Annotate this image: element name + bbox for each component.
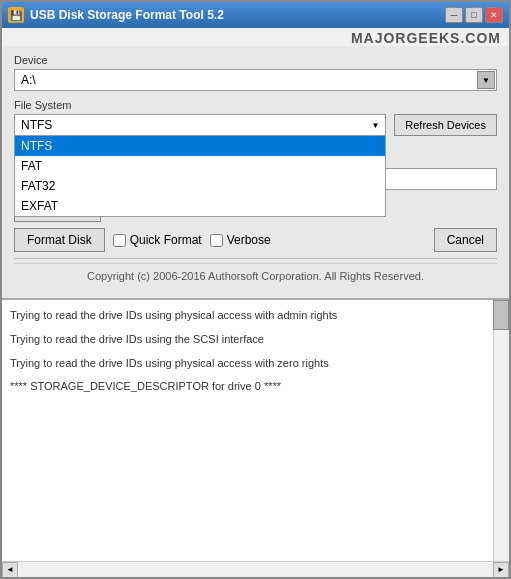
app-icon: 💾 [8,7,24,23]
filesystem-display[interactable]: NTFS ▼ [14,114,386,136]
window-title: USB Disk Storage Format Tool 5.2 [30,8,224,22]
hscroll-right-btn[interactable]: ► [493,562,509,578]
format-disk-button[interactable]: Format Disk [14,228,105,252]
log-line-3: Trying to read the drive IDs using physi… [10,354,489,374]
filesystem-select-wrapper: NTFS ▼ NTFS FAT FAT32 EXFAT [14,114,386,136]
copyright-text: Copyright (c) 2006-2016 Authorsoft Corpo… [14,263,497,290]
verbose-group: Verbose [210,233,271,247]
divider [14,258,497,259]
fs-option-fat32[interactable]: FAT32 [15,176,385,196]
log-line-1: Trying to read the drive IDs using physi… [10,306,489,326]
log-area[interactable]: Trying to read the drive IDs using physi… [2,298,509,561]
log-line-2: Trying to read the drive IDs using the S… [10,330,489,350]
verbose-checkbox[interactable] [210,234,223,247]
hscroll-left-btn[interactable]: ◄ [2,562,18,578]
main-window: 💾 USB Disk Storage Format Tool 5.2 ─ □ ✕… [0,0,511,579]
titlebar-controls: ─ □ ✕ [445,7,503,23]
filesystem-dropdown: NTFS FAT FAT32 EXFAT [14,136,386,217]
titlebar-left: 💾 USB Disk Storage Format Tool 5.2 [8,7,224,23]
device-select-wrapper: A:\ ▼ [14,69,497,91]
watermark: MAJORGEEKS.COM [2,28,509,46]
log-container: Trying to read the drive IDs using physi… [2,298,509,577]
filesystem-row: NTFS ▼ NTFS FAT FAT32 EXFAT Refresh Devi… [14,114,497,136]
log-line-4: **** STORAGE_DEVICE_DESCRIPTOR for drive… [10,377,489,397]
verbose-label: Verbose [227,233,271,247]
minimize-button[interactable]: ─ [445,7,463,23]
close-button[interactable]: ✕ [485,7,503,23]
fs-option-ntfs[interactable]: NTFS [15,136,385,156]
format-disk-row: Format Disk Quick Format Verbose Cancel [14,228,497,252]
fs-option-fat[interactable]: FAT [15,156,385,176]
hscroll-track [18,562,493,577]
quick-format-label: Quick Format [130,233,202,247]
device-label: Device [14,54,497,66]
fs-option-exfat[interactable]: EXFAT [15,196,385,216]
horizontal-scrollbar[interactable]: ◄ ► [2,561,509,577]
cancel-button[interactable]: Cancel [434,228,497,252]
maximize-button[interactable]: □ [465,7,483,23]
main-content-area: Device A:\ ▼ File System NTFS ▼ NTFS FA [2,46,509,298]
vertical-scrollbar[interactable] [493,300,509,561]
refresh-devices-button[interactable]: Refresh Devices [394,114,497,136]
device-select[interactable]: A:\ [14,69,497,91]
scrollbar-thumb[interactable] [493,300,509,330]
fs-dropdown-arrow-icon: ▼ [371,121,379,130]
quick-format-group: Quick Format [113,233,202,247]
quick-format-checkbox[interactable] [113,234,126,247]
filesystem-label: File System [14,99,497,111]
titlebar: 💾 USB Disk Storage Format Tool 5.2 ─ □ ✕ [2,2,509,28]
